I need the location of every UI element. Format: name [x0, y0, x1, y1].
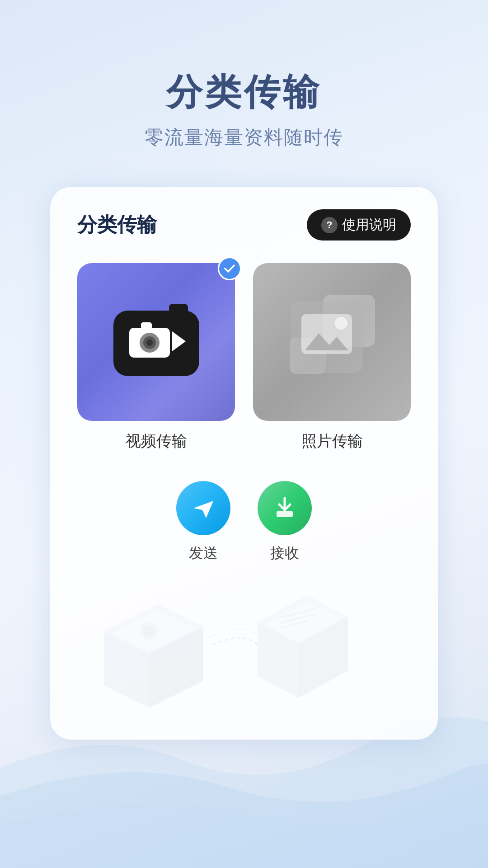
page-subtitle: 零流量海量资料随时传 — [0, 125, 488, 150]
action-send[interactable]: 发送 — [176, 481, 230, 563]
svg-rect-13 — [277, 511, 293, 517]
svg-point-6 — [146, 340, 153, 346]
svg-rect-1 — [169, 304, 188, 316]
transfer-type-grid: 视频传输 — [77, 263, 411, 452]
illustration-area — [77, 586, 411, 712]
action-receive[interactable]: 接收 — [258, 481, 312, 563]
send-label: 发送 — [189, 543, 218, 563]
svg-rect-3 — [141, 322, 152, 330]
svg-point-15 — [144, 626, 155, 637]
help-icon: ? — [321, 217, 338, 233]
video-camera-svg — [102, 297, 211, 387]
help-button[interactable]: ? 使用说明 — [307, 209, 411, 241]
receive-label: 接收 — [270, 543, 299, 563]
photo-icon-wrap — [253, 263, 411, 421]
main-card: 分类传输 ? 使用说明 — [50, 186, 438, 740]
svg-point-12 — [335, 317, 347, 330]
card-title: 分类传输 — [77, 212, 157, 238]
photo-icon-svg — [278, 288, 386, 396]
page-header: 分类传输 零流量海量资料随时传 — [0, 0, 488, 150]
type-item-video[interactable]: 视频传输 — [77, 263, 235, 452]
receive-icon — [271, 495, 298, 522]
page-title: 分类传输 — [0, 72, 488, 112]
card-top-row: 分类传输 ? 使用说明 — [77, 209, 411, 241]
receive-circle — [258, 481, 312, 535]
iso-illustration — [86, 586, 402, 712]
card-wrapper: 分类传输 ? 使用说明 — [50, 186, 438, 740]
send-icon — [190, 495, 217, 522]
video-type-label: 视频传输 — [126, 431, 187, 452]
photo-type-label: 照片传输 — [301, 431, 363, 452]
selected-badge-video — [218, 257, 241, 280]
type-item-photo[interactable]: 照片传输 — [253, 263, 411, 452]
action-row: 发送 接收 — [77, 476, 411, 568]
video-icon-wrap — [77, 263, 235, 421]
help-button-label: 使用说明 — [342, 216, 396, 234]
send-circle — [176, 481, 230, 535]
